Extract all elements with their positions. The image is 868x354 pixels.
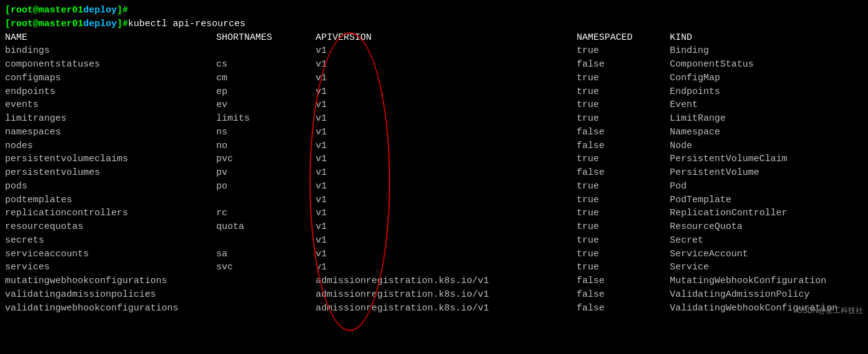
table-row: endpointsepv1trueEndpoints: [5, 85, 863, 99]
prompt-user-1: [root@master01: [5, 4, 83, 17]
cell-name: validatingwebhookconfigurations: [5, 302, 216, 315]
cell-namespaced: false: [577, 126, 670, 139]
cell-name: replicationcontrollers: [5, 207, 216, 220]
table-row: eventsevv1trueEvent: [5, 98, 863, 112]
cell-apiversion: v1: [316, 112, 577, 126]
cell-shortnames: [216, 302, 316, 315]
table-row: validatingwebhookconfigurationsadmission…: [5, 302, 863, 315]
cell-namespaced: true: [577, 248, 670, 261]
cell-kind: ResourceQuota: [670, 220, 863, 234]
prompt-hash-1: ]#: [117, 4, 128, 17]
cell-shortnames: limits: [216, 112, 316, 126]
cell-name: nodes: [5, 139, 216, 153]
cell-apiversion: v1: [316, 85, 577, 99]
table-row: resourcequotasquotav1trueResourceQuota: [5, 220, 863, 234]
cell-kind: PodTemplate: [670, 193, 863, 207]
cell-apiversion: v1: [316, 180, 577, 193]
header-kind: KIND: [670, 31, 863, 45]
cell-namespaced: true: [577, 193, 670, 207]
prompt-dir-1: deploy: [83, 4, 117, 17]
cell-apiversion: v1: [316, 234, 577, 248]
cell-name: validatingadmissionpolicies: [5, 288, 216, 302]
cell-kind: ValidatingAdmissionPolicy: [670, 288, 863, 302]
cell-shortnames: svc: [216, 261, 316, 274]
cell-kind: ConfigMap: [670, 72, 863, 85]
cell-apiversion: v1: [316, 44, 577, 58]
cell-namespaced: true: [577, 44, 670, 58]
cell-shortnames: [216, 234, 316, 248]
cell-namespaced: true: [577, 72, 670, 85]
cell-name: secrets: [5, 234, 216, 248]
cell-shortnames: sa: [216, 248, 316, 261]
cell-shortnames: ep: [216, 85, 316, 99]
cell-namespaced: true: [577, 234, 670, 248]
cell-namespaced: true: [577, 180, 670, 193]
cell-apiversion: v1: [316, 248, 577, 261]
table-row: replicationcontrollersrcv1trueReplicatio…: [5, 207, 863, 220]
prompt-user-2: [root@master01: [5, 17, 83, 31]
table-row: nodesnov1falseNode: [5, 139, 863, 153]
cell-kind: ReplicationController: [670, 207, 863, 220]
cell-shortnames: pv: [216, 166, 316, 180]
cell-namespaced: true: [577, 85, 670, 99]
cell-kind: Secret: [670, 234, 863, 248]
header-name: NAME: [5, 31, 216, 45]
cell-apiversion: v1: [316, 98, 577, 112]
cell-kind: PersistentVolumeClaim: [670, 152, 863, 166]
cell-name: services: [5, 261, 216, 274]
cell-kind: Service: [670, 261, 863, 274]
cell-shortnames: [216, 274, 316, 288]
prompt-dir-2: deploy: [83, 17, 117, 31]
prompt-hash-2: ]#: [117, 17, 128, 31]
prompt-line-2: [root@master01 deploy ]# kubectl api-res…: [5, 17, 863, 31]
cell-namespaced: true: [577, 112, 670, 126]
header-namespaced: NAMESPACED: [577, 31, 670, 45]
table-row: podtemplatesv1truePodTemplate: [5, 193, 863, 207]
table-row: serviceaccountssav1trueServiceAccount: [5, 248, 863, 261]
cell-apiversion: admissionregistration.k8s.io/v1: [316, 274, 577, 288]
cell-name: podtemplates: [5, 193, 216, 207]
cell-apiversion: v1: [316, 220, 577, 234]
cell-kind: LimitRange: [670, 112, 863, 126]
table-row: bindingsv1trueBinding: [5, 44, 863, 58]
cell-name: persistentvolumes: [5, 166, 216, 180]
cell-kind: Namespace: [670, 126, 863, 139]
cell-name: namespaces: [5, 126, 216, 139]
cell-shortnames: [216, 288, 316, 302]
cell-kind: Endpoints: [670, 85, 863, 99]
table-row: namespacesnsv1falseNamespace: [5, 126, 863, 139]
cell-namespaced: false: [577, 139, 670, 153]
cell-name: pods: [5, 180, 216, 193]
watermark: CSDN@星工科技社: [797, 305, 863, 316]
table-row: componentstatusescsv1falseComponentStatu…: [5, 58, 863, 72]
cell-name: persistentvolumeclaims: [5, 152, 216, 166]
cell-name: bindings: [5, 44, 216, 58]
table-row: limitrangeslimitsv1trueLimitRange: [5, 112, 863, 126]
cell-apiversion: v1: [316, 72, 577, 85]
table-row: persistentvolumeclaimspvcv1truePersisten…: [5, 152, 863, 166]
cell-namespaced: true: [577, 220, 670, 234]
cell-shortnames: rc: [216, 207, 316, 220]
table-row: podspov1truePod: [5, 180, 863, 193]
cell-name: configmaps: [5, 72, 216, 85]
cell-kind: MutatingWebhookConfiguration: [670, 274, 863, 288]
cell-namespaced: true: [577, 98, 670, 112]
cell-apiversion: v1: [316, 193, 577, 207]
table-row: servicessvcv1trueService: [5, 261, 863, 274]
cell-shortnames: cm: [216, 72, 316, 85]
cell-shortnames: [216, 193, 316, 207]
prompt-cmd-2: kubectl api-resources: [128, 17, 245, 31]
cell-name: events: [5, 98, 216, 112]
cell-apiversion: v1: [316, 58, 577, 72]
cell-name: resourcequotas: [5, 220, 216, 234]
cell-shortnames: pvc: [216, 152, 316, 166]
table-header: NAME SHORTNAMES APIVERSION NAMESPACED KI…: [5, 31, 863, 45]
table-row: persistentvolumespvv1falsePersistentVolu…: [5, 166, 863, 180]
cell-shortnames: ev: [216, 98, 316, 112]
cell-kind: Binding: [670, 44, 863, 58]
cell-apiversion: v1: [316, 166, 577, 180]
cell-shortnames: cs: [216, 58, 316, 72]
cell-namespaced: true: [577, 152, 670, 166]
cell-name: mutatingwebhookconfigurations: [5, 274, 216, 288]
cell-apiversion: v1: [316, 207, 577, 220]
